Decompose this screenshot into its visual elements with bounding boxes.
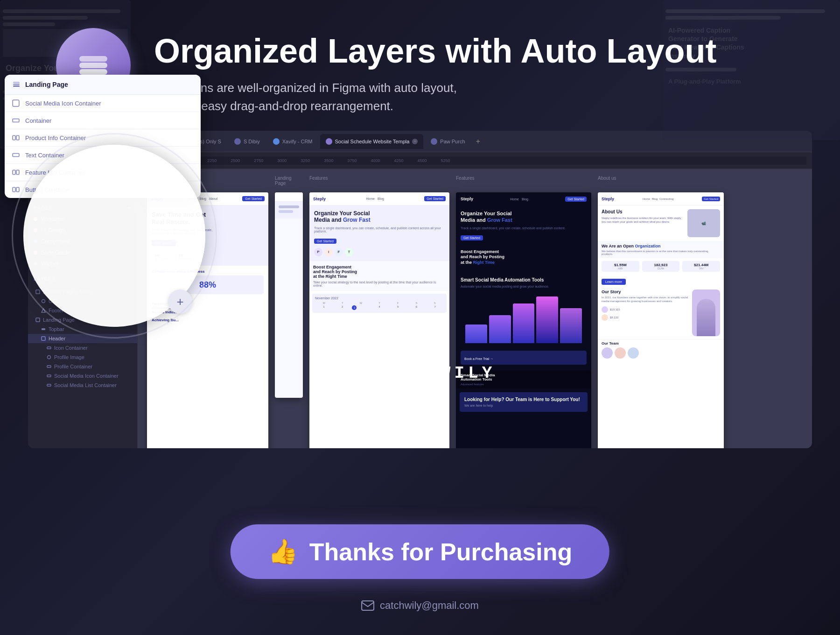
email-address: catchwily@gmail.com bbox=[380, 600, 479, 612]
panel-item-icon bbox=[12, 134, 20, 141]
svg-rect-14 bbox=[13, 85, 20, 87]
svg-rect-21 bbox=[13, 154, 19, 157]
svg-rect-19 bbox=[13, 135, 15, 140]
svg-rect-1 bbox=[79, 63, 107, 68]
svg-rect-26 bbox=[362, 601, 374, 610]
svg-rect-17 bbox=[13, 100, 19, 106]
svg-rect-20 bbox=[16, 135, 19, 140]
svg-rect-0 bbox=[79, 69, 107, 75]
panel-layers-icon bbox=[12, 80, 21, 89]
panel-item-icon bbox=[12, 117, 20, 124]
svg-rect-15 bbox=[13, 84, 20, 85]
panel-item-container[interactable]: Container bbox=[5, 112, 201, 129]
svg-rect-24 bbox=[13, 187, 15, 191]
svg-rect-23 bbox=[16, 170, 19, 174]
email-footer: catchwily@gmail.com bbox=[361, 600, 479, 612]
panel-title: Landing Page bbox=[25, 81, 68, 88]
panel-item-icon bbox=[12, 99, 20, 107]
email-icon bbox=[361, 600, 374, 611]
circle-ring bbox=[12, 133, 217, 339]
svg-rect-16 bbox=[13, 82, 20, 83]
thanks-emoji: 👍 bbox=[268, 537, 298, 566]
svg-rect-18 bbox=[13, 119, 19, 122]
header-text: Organized Layers with Auto Layout All sc… bbox=[154, 28, 784, 115]
thanks-text: Thanks for Purchasing bbox=[309, 538, 572, 566]
panel-item-icon bbox=[12, 169, 20, 176]
svg-rect-2 bbox=[79, 56, 107, 62]
header-title: Organized Layers with Auto Layout bbox=[154, 33, 784, 70]
panel-item-icon bbox=[12, 151, 20, 159]
header-subtitle: All screens are well-organized in Figma … bbox=[154, 79, 574, 115]
svg-rect-22 bbox=[13, 170, 15, 174]
thanks-banner: 👍 Thanks for Purchasing bbox=[231, 524, 609, 579]
panel-item-icon bbox=[12, 186, 20, 193]
panel-item-social-icon[interactable]: Social Media Icon Container bbox=[5, 95, 201, 112]
panel-header: Landing Page bbox=[5, 75, 201, 95]
svg-rect-25 bbox=[16, 187, 19, 191]
